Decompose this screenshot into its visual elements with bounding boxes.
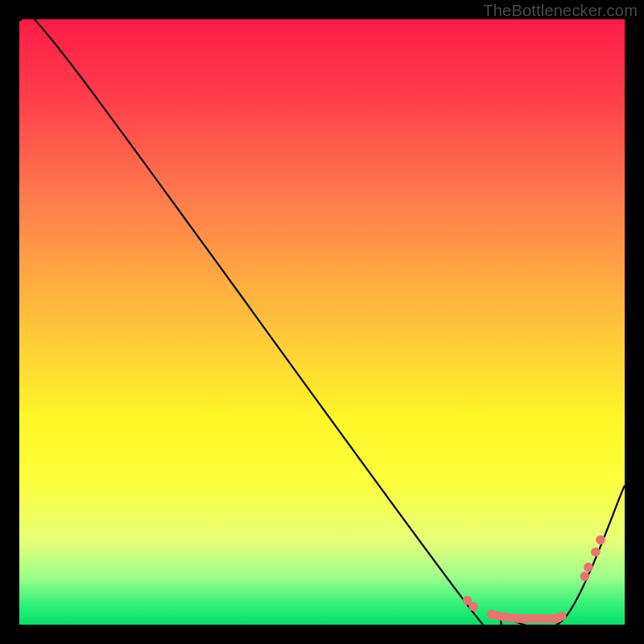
- plot-svg: [19, 19, 625, 625]
- watermark-text: TheBottlenecker.com: [483, 2, 638, 20]
- gradient-background: [19, 19, 625, 625]
- highlight-dot: [557, 612, 567, 621]
- highlight-dot: [584, 563, 593, 572]
- highlight-dot: [580, 572, 590, 581]
- highlight-dot: [469, 602, 478, 612]
- plot-area: [19, 19, 625, 625]
- highlight-dot: [591, 547, 601, 557]
- highlight-dot: [596, 535, 605, 545]
- chart-frame: TheBottlenecker.com: [0, 0, 644, 644]
